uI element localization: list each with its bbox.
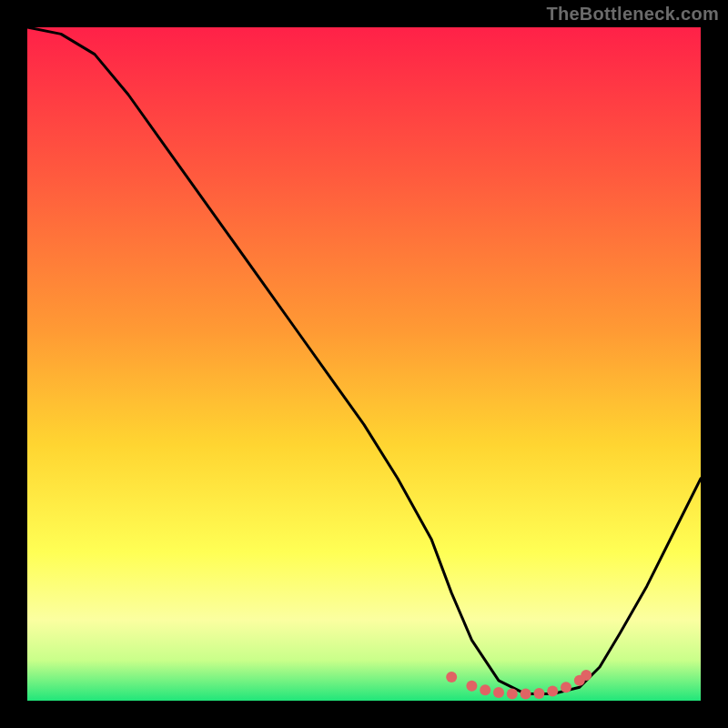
optimal-dot	[446, 672, 457, 682]
optimal-dot	[533, 688, 544, 699]
gradient-background	[27, 27, 701, 701]
optimal-dot	[581, 670, 592, 681]
optimal-dot	[561, 682, 571, 693]
optimal-dot	[521, 689, 531, 700]
optimal-dot	[480, 684, 490, 695]
chart-svg	[27, 27, 701, 701]
optimal-dot	[507, 689, 518, 700]
plot-area	[27, 27, 701, 701]
watermark-text: TheBottleneck.com	[546, 4, 719, 25]
optimal-dot	[493, 687, 504, 698]
optimal-dot	[466, 681, 477, 692]
chart-frame: TheBottleneck.com	[0, 0, 728, 728]
optimal-dot	[547, 686, 558, 697]
